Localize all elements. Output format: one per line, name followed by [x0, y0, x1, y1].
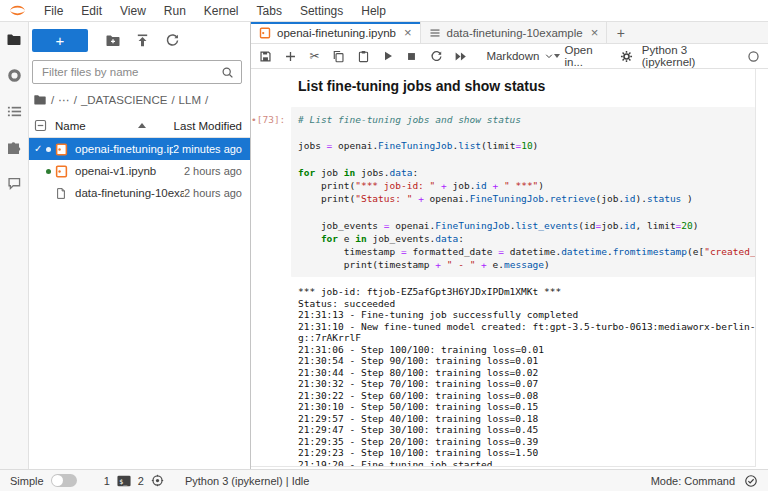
restart-run-all-icon[interactable] — [454, 49, 467, 64]
file-name: openai-finetuning.ipynb — [75, 143, 173, 155]
kernel-status-text[interactable]: Python 3 (ipykernel) | Idle — [185, 475, 310, 487]
filter-box — [32, 60, 242, 84]
notification-check-icon[interactable] — [744, 474, 758, 488]
menu-view[interactable]: View — [111, 4, 155, 18]
running-kernels-icon[interactable] — [6, 67, 23, 84]
kernel-name[interactable]: Python 3 (ipykernel) — [642, 44, 738, 68]
svg-text:$_: $_ — [119, 477, 127, 485]
breadcrumb-ellipsis[interactable]: ⋯ — [58, 93, 70, 107]
terminal-icon: $_ — [117, 475, 131, 487]
selected-check-icon: ✓ — [34, 144, 46, 154]
tab-openai-finetuning[interactable]: openai-finetuning.ipynb × — [251, 22, 421, 43]
notebook-toolbar: ✂ Markd — [251, 44, 768, 69]
kernel-running-dot — [46, 169, 55, 174]
running-sessions[interactable]: 1 $_ 2 — [104, 474, 164, 487]
output-text: *** job-id: ftjob-EZ5afGpt3H6YJDxIPDm1XM… — [298, 286, 755, 467]
breadcrumb-sep: / — [171, 94, 174, 106]
column-header-name[interactable]: Name — [55, 120, 86, 132]
column-header-last-modified[interactable]: Last Modified — [174, 120, 242, 132]
simple-mode-toggle[interactable] — [51, 474, 77, 487]
new-launcher-button[interactable]: + — [32, 29, 88, 52]
execution-count: •[73]: — [251, 107, 291, 277]
upload-icon[interactable] — [134, 32, 151, 49]
home-folder-icon[interactable] — [33, 93, 47, 107]
markdown-heading: List fine-tuning jobs and show status — [298, 78, 755, 94]
kernel-count: 2 — [138, 475, 144, 487]
filter-files-input[interactable] — [40, 65, 221, 79]
tab-data-finetuning-10example[interactable]: data-finetuning-10example × — [421, 22, 608, 43]
menu-file[interactable]: File — [35, 4, 72, 18]
kernel-sessions-icon — [151, 474, 164, 487]
breadcrumb: / ⋯ / _DATASCIENCE / LLM / — [29, 86, 250, 111]
file-browser-panel: + / — [29, 22, 251, 469]
refresh-icon[interactable] — [164, 32, 181, 49]
breadcrumb-sep: / — [205, 94, 208, 106]
jupyter-logo-icon — [7, 3, 28, 18]
file-row-data-finetuning[interactable]: data-finetuning-10exa... 2 hours ago — [29, 182, 250, 204]
table-of-contents-icon[interactable] — [6, 103, 23, 120]
output-area: *** job-id: ftjob-EZ5afGpt3H6YJDxIPDm1XM… — [251, 286, 755, 467]
run-cell-icon[interactable] — [381, 49, 394, 64]
new-tab-button[interactable]: + — [607, 22, 634, 43]
file-row-openai-finetuning[interactable]: ✓ openai-finetuning.ipynb 2 minutes ago — [29, 138, 250, 160]
notebook-icon — [259, 27, 271, 39]
file-browser-icon[interactable] — [6, 31, 23, 48]
menu-run[interactable]: Run — [155, 4, 195, 18]
breadcrumb-sep: / — [74, 94, 77, 106]
restart-kernel-icon[interactable] — [430, 49, 443, 64]
cut-cells-icon[interactable]: ✂ — [308, 49, 321, 64]
json-file-icon — [429, 27, 441, 39]
breadcrumb-folder-llm[interactable]: LLM — [179, 94, 201, 106]
file-modified: 2 minutes ago — [173, 143, 242, 155]
file-modified: 2 hours ago — [184, 165, 242, 177]
chat-icon[interactable] — [6, 175, 23, 192]
menu-kernel[interactable]: Kernel — [195, 4, 248, 18]
open-in-dropdown[interactable]: Open in... — [554, 44, 610, 68]
copy-cells-icon[interactable] — [332, 49, 345, 64]
status-bar-right: Mode: Command — [651, 474, 758, 488]
save-icon[interactable] — [259, 49, 272, 64]
cell-type-dropdown[interactable]: Markdown — [486, 50, 554, 62]
breadcrumb-folder-datascience[interactable]: _DATASCIENCE — [81, 94, 167, 106]
simple-mode-label: Simple — [10, 475, 44, 487]
file-name: openai-v1.ipynb — [75, 165, 184, 177]
main-row: + / — [0, 22, 768, 469]
new-folder-icon[interactable] — [104, 32, 121, 49]
code-text: # List fine-tuning jobs and show status … — [298, 113, 755, 271]
menu-edit[interactable]: Edit — [72, 4, 111, 18]
add-cell-icon[interactable] — [283, 49, 296, 64]
kernel-idle-icon — [747, 50, 760, 63]
close-icon[interactable]: × — [591, 26, 599, 39]
notebook-icon — [55, 143, 70, 156]
close-icon[interactable]: × — [404, 26, 412, 39]
file-name: data-finetuning-10exa... — [75, 187, 184, 199]
activity-bar — [0, 22, 29, 469]
file-icon — [55, 187, 70, 200]
status-bar: Simple 1 $_ 2 Python 3 (ipykernel) | Idl… — [0, 469, 768, 491]
select-all-checkbox[interactable] — [34, 119, 47, 132]
file-row-openai-v1[interactable]: openai-v1.ipynb 2 hours ago — [29, 160, 250, 182]
sort-ascending-icon — [138, 123, 146, 128]
breadcrumb-sep: / — [51, 94, 54, 106]
file-browser-toolbar: + — [29, 22, 250, 56]
menu-bar: File Edit View Run Kernel Tabs Settings … — [0, 0, 768, 22]
terminal-count: 1 — [104, 475, 110, 487]
menu-tabs[interactable]: Tabs — [248, 4, 291, 18]
markdown-cell[interactable]: List fine-tuning jobs and show status — [298, 78, 755, 94]
menu-help[interactable]: Help — [352, 4, 395, 18]
tab-label: openai-finetuning.ipynb — [277, 27, 396, 39]
output-gutter — [251, 286, 298, 467]
kernel-running-dot — [46, 147, 55, 152]
extension-manager-icon[interactable] — [6, 139, 23, 156]
gear-icon[interactable] — [620, 50, 633, 63]
toolbar-right: Open in... Python 3 (ipykernel) — [554, 44, 760, 68]
notebook-document: List fine-tuning jobs and show status •[… — [251, 69, 756, 467]
code-editor[interactable]: # List fine-tuning jobs and show status … — [291, 107, 755, 277]
paste-cells-icon[interactable] — [357, 49, 370, 64]
main-area: openai-finetuning.ipynb × data-finetunin… — [251, 22, 768, 469]
cell-type-value: Markdown — [486, 50, 539, 62]
stop-kernel-icon[interactable] — [405, 49, 418, 64]
tab-bar: openai-finetuning.ipynb × data-finetunin… — [251, 22, 768, 44]
tab-label: data-finetuning-10example — [447, 27, 583, 39]
menu-settings[interactable]: Settings — [291, 4, 352, 18]
